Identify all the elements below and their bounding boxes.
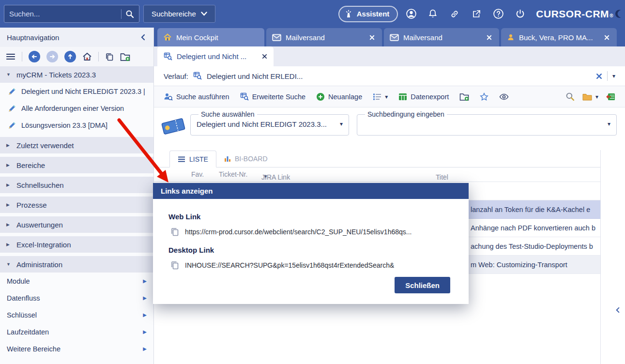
group-label: myCRM - Tickets 2023.3 (16, 71, 96, 79)
sidebar-section-auswertungen[interactable]: ▶ Auswertungen (0, 216, 153, 233)
brand-logo: CURSOR-CRM® (536, 8, 621, 20)
folder-dropdown-button[interactable]: ▾ (582, 93, 598, 101)
import-table-button[interactable] (606, 93, 615, 101)
sidebar-section-prozesse[interactable]: ▶ Prozesse (0, 197, 153, 213)
search-areas-button[interactable]: Suchbereiche (143, 5, 215, 23)
tab-label: Buck, Vera, PRO MA... (519, 33, 598, 42)
item-label: Delegiert und Nicht ERLEDIGT 2023.3 | (21, 88, 145, 95)
tab-mailversand-2[interactable]: Mailversand (384, 28, 499, 46)
submenu-arrow-icon: ▶ (143, 312, 147, 318)
sidebar-section-schnellsuchen[interactable]: ▶ Schnellsuchen (0, 177, 153, 193)
copy-link-icon[interactable] (170, 227, 179, 236)
add-to-folder-button[interactable] (459, 92, 469, 101)
extended-search-button[interactable]: Erweiterte Suche (240, 92, 305, 101)
item-label: Weitere Bereiche (7, 345, 143, 353)
search-input[interactable] (9, 10, 117, 18)
sidebar-item-datenfluss[interactable]: Datenfluss ▶ (0, 289, 153, 306)
sidebar-item-weitere-bereiche[interactable]: Weitere Bereiche ▶ (0, 340, 153, 357)
links-dialog: Links anzeigen Web Link https://crm-prod… (153, 183, 469, 304)
chevron-down-icon[interactable]: ▾ (608, 121, 610, 127)
subtab-delegiert[interactable]: Delegiert und Nicht ... (157, 46, 274, 66)
logout-power-button[interactable] (511, 5, 529, 23)
search-select-value: Delegiert und Nicht ERLEDIGT 2023.3... (197, 120, 327, 128)
brand-text: CURSOR-CRM (536, 8, 609, 20)
link-button[interactable] (446, 5, 463, 23)
sidebar-item-loesungsversion[interactable]: Lösungsversion 23.3 [DMA] (0, 117, 153, 134)
search-icon[interactable] (125, 10, 134, 18)
new-record-button[interactable]: Neuanlage (316, 92, 362, 101)
item-label: Schlüssel (7, 311, 143, 319)
close-icon[interactable] (485, 33, 493, 42)
sidebar-item-alle-anforderungen[interactable]: Alle Anforderungen einer Version (0, 100, 153, 117)
triangle-right-icon: ▶ (6, 182, 12, 187)
section-label: Auswertungen (16, 221, 63, 229)
chevron-down-icon: ▾ (595, 93, 598, 100)
tab-mailversand-1[interactable]: Mailversand (266, 28, 382, 46)
tab-label: Mailversand (286, 33, 363, 42)
favorite-star-button[interactable] (480, 92, 488, 101)
copy-icon[interactable] (105, 52, 114, 61)
search-select-field[interactable]: Suche auswählen Delegiert und Nicht ERLE… (190, 110, 349, 136)
assistant-icon (344, 10, 353, 18)
export-table-icon (398, 93, 407, 101)
sidebar-item-module[interactable]: Module ▶ (0, 273, 153, 289)
sidebar-section-excel-integration[interactable]: ▶ Excel-Integration (0, 236, 153, 253)
nav-back-button[interactable] (29, 51, 40, 62)
triangle-down-icon: ▼ (6, 72, 12, 77)
global-search-box[interactable] (4, 5, 139, 23)
sidebar-item-laufzeitdaten[interactable]: Laufzeitdaten ▶ (0, 323, 153, 340)
help-button[interactable] (489, 5, 507, 23)
assistant-button[interactable]: Assistent (338, 6, 398, 22)
nav-up-button[interactable] (64, 51, 76, 62)
data-export-button[interactable]: Datenexport (398, 93, 449, 101)
close-icon[interactable] (367, 33, 376, 42)
collapse-sidebar-icon[interactable] (140, 34, 147, 41)
chevron-down-icon[interactable]: ▾ (612, 73, 615, 79)
extended-search-icon (193, 72, 202, 80)
desktop-link-url[interactable]: INHOUSE://SEARCH?SUPG&pk=15elisv1h68qst4… (185, 261, 394, 269)
close-icon[interactable] (602, 33, 611, 42)
nav-forward-button[interactable] (46, 51, 58, 62)
column-header-fav[interactable]: Fav. (191, 170, 204, 178)
tab-contact-buck-vera[interactable]: Buck, Vera, PRO MA... (501, 28, 617, 46)
sidebar-item-delegiert[interactable]: Delegiert und Nicht ERLEDIGT 2023.3 | (0, 83, 153, 100)
tab-mein-cockpit[interactable]: Mein Cockpit (157, 28, 264, 46)
bar-chart-icon (224, 155, 231, 162)
chevron-down-icon[interactable]: ▾ (264, 173, 267, 180)
search-selection-row: Suche auswählen Delegiert und Nicht ERLE… (154, 107, 625, 145)
web-link-url[interactable]: https://crm-prod.cursor.de/webclient/sea… (185, 228, 412, 236)
zoom-search-button[interactable] (565, 92, 575, 101)
tab-liste[interactable]: LISTE (169, 151, 216, 167)
saved-search-icon (8, 121, 16, 130)
sidebar-item-schluessel[interactable]: Schlüssel ▶ (0, 306, 153, 323)
tab-bi-board[interactable]: BI-BOARD (216, 150, 275, 167)
home-navigation-icon[interactable] (82, 52, 92, 61)
sidebar-section-bereiche[interactable]: ▶ Bereiche (0, 157, 153, 173)
close-icon[interactable] (262, 54, 267, 59)
notifications-bell-button[interactable] (424, 5, 442, 23)
list-view-dropdown-button[interactable]: ▾ (373, 93, 388, 101)
sidebar-group-administration[interactable]: ▼ Administration (0, 256, 153, 273)
toolbar-divider (22, 52, 22, 61)
run-search-button[interactable]: Suche ausführen (164, 92, 229, 101)
sidebar-section-zuletzt-verwendet[interactable]: ▶ Zuletzt verwendet (0, 137, 153, 153)
open-external-button[interactable] (468, 5, 485, 23)
sidebar-group-mycrm[interactable]: ▼ myCRM - Tickets 2023.3 (0, 66, 153, 83)
collapse-right-panel-icon[interactable] (615, 307, 621, 313)
search-condition-field[interactable]: Suchbedingung eingeben ▾ (357, 110, 617, 136)
list-icon (373, 93, 381, 101)
web-link-row: https://crm-prod.cursor.de/webclient/sea… (170, 227, 453, 236)
visibility-eye-button[interactable] (499, 93, 509, 100)
person-icon (507, 33, 515, 41)
search-select-legend: Suche auswählen (198, 110, 257, 118)
column-header-ticket-nr[interactable]: Ticket-Nr. (219, 170, 247, 178)
clear-history-icon[interactable] (596, 73, 602, 79)
copy-link-icon[interactable] (170, 260, 179, 270)
chevron-down-icon[interactable]: ▾ (340, 121, 343, 127)
run-search-icon (164, 92, 173, 101)
menu-hamburger-icon[interactable] (6, 53, 15, 61)
add-folder-icon[interactable] (120, 52, 130, 61)
history-entry[interactable]: Delegiert und Nicht ERLEDI... (207, 72, 303, 80)
close-dialog-button[interactable]: Schließen (395, 277, 450, 293)
user-profile-button[interactable] (402, 5, 420, 23)
